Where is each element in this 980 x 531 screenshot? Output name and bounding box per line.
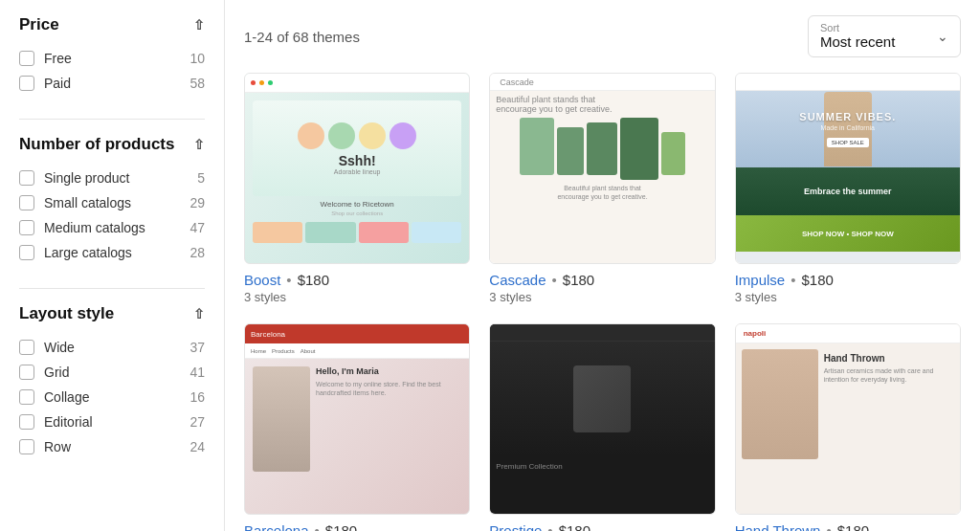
paid-count: 58 [189,76,205,91]
boost-name[interactable]: Boost [244,272,280,288]
collage-count: 16 [189,389,205,405]
sort-dropdown[interactable]: Sort Most recent ⌄ [808,15,961,57]
collage-label: Collage [44,389,89,405]
handthrown-thumbnail: napoli Hand Thrown Artisan ceramics made… [735,323,961,515]
prestige-thumbnail: Premium Collection [489,323,715,515]
wide-count: 37 [189,340,205,355]
product-card-barcelona[interactable]: Barcelona Home Products About Hello, I'm… [244,323,470,531]
single-product-count: 5 [197,170,205,186]
product-card-boost[interactable]: Sshh! Adorable lineup Welcome to Ricetow… [244,73,470,304]
dropdown-arrow-icon: ⌄ [937,29,948,44]
sort-value: Most recent [820,33,895,50]
cascade-name[interactable]: Cascade [489,272,546,288]
sidebar: Price ⇧ Free 10 Paid 58 Number of produc… [0,0,225,531]
medium-catalogs-checkbox[interactable] [19,220,34,235]
impulse-info: Impulse • $180 3 styles [735,272,961,304]
filter-item-large[interactable]: Large catalogs 28 [19,240,205,265]
filter-item-free[interactable]: Free 10 [19,46,205,71]
row-label: Row [44,439,71,454]
single-product-checkbox[interactable] [19,170,34,186]
filter-item-row[interactable]: Row 24 [19,434,205,459]
barcelona-price: $180 [325,522,357,531]
layout-style-title[interactable]: Layout style ⇧ [19,304,205,323]
impulse-thumbnail: SUMMER VIBES. Made in California SHOP SA… [735,73,961,264]
filter-item-small[interactable]: Small catalogs 29 [19,190,205,215]
small-catalogs-count: 29 [189,195,205,210]
free-count: 10 [189,51,205,66]
row-checkbox[interactable] [19,439,34,454]
handthrown-info: Hand Thrown • $180 3 styles [735,522,961,531]
small-catalogs-label: Small catalogs [44,195,131,210]
cascade-thumbnail: Cascade Beautiful plant stands thatencou… [489,73,715,264]
product-card-prestige[interactable]: Premium Collection Prestige • $180 3 sty… [489,323,715,531]
free-label: Free [44,51,72,66]
filter-item-collage[interactable]: Collage 16 [19,385,205,409]
large-catalogs-count: 28 [189,245,205,260]
prestige-info: Prestige • $180 3 styles [489,522,715,531]
large-catalogs-label: Large catalogs [44,245,132,260]
editorial-checkbox[interactable] [19,414,34,430]
prestige-price: $180 [559,522,590,531]
sort-label: Sort [820,22,929,33]
cascade-styles: 3 styles [489,290,715,304]
paid-label: Paid [44,76,71,91]
barcelona-thumbnail: Barcelona Home Products About Hello, I'm… [244,323,470,515]
grid-label: Grid [44,365,69,380]
free-checkbox[interactable] [19,51,34,66]
price-filter-section: Price ⇧ Free 10 Paid 58 [0,15,224,111]
product-card-cascade[interactable]: Cascade Beautiful plant stands thatencou… [489,73,715,304]
filter-item-paid[interactable]: Paid 58 [19,71,205,96]
product-card-impulse[interactable]: SUMMER VIBES. Made in California SHOP SA… [735,73,961,304]
number-of-products-title[interactable]: Number of products ⇧ [19,135,205,154]
small-catalogs-checkbox[interactable] [19,195,34,210]
layout-style-chevron-icon: ⇧ [193,306,205,321]
num-products-chevron-icon: ⇧ [193,137,205,152]
wide-label: Wide [44,340,75,355]
divider-2 [19,288,205,289]
filter-item-single[interactable]: Single product 5 [19,166,205,190]
filter-item-medium[interactable]: Medium catalogs 47 [19,215,205,240]
impulse-name[interactable]: Impulse [735,272,786,288]
handthrown-price: $180 [837,522,869,531]
wide-checkbox[interactable] [19,340,34,355]
number-of-products-section: Number of products ⇧ Single product 5 Sm… [0,135,224,280]
main-header: 1-24 of 68 themes Sort Most recent ⌄ [244,15,961,57]
row-count: 24 [189,439,205,454]
divider-1 [19,119,205,120]
collage-checkbox[interactable] [19,389,34,405]
results-count: 1-24 of 68 themes [244,29,360,45]
large-catalogs-checkbox[interactable] [19,245,34,260]
cascade-price: $180 [563,272,594,288]
single-product-label: Single product [44,170,130,186]
barcelona-info: Barcelona • $180 3 styles [244,522,470,531]
grid-checkbox[interactable] [19,365,34,380]
price-chevron-icon: ⇧ [193,17,205,33]
boost-price: $180 [298,272,329,288]
filter-item-grid[interactable]: Grid 41 [19,360,205,385]
boost-styles: 3 styles [244,290,470,304]
boost-thumbnail: Sshh! Adorable lineup Welcome to Ricetow… [244,73,470,264]
prestige-name[interactable]: Prestige [489,522,542,531]
layout-style-section: Layout style ⇧ Wide 37 Grid 41 Collage 1… [0,304,224,475]
price-filter-title[interactable]: Price ⇧ [19,15,205,34]
main-content: 1-24 of 68 themes Sort Most recent ⌄ [225,0,980,531]
medium-catalogs-label: Medium catalogs [44,220,145,235]
product-grid: Sshh! Adorable lineup Welcome to Ricetow… [244,73,961,531]
cascade-info: Cascade • $180 3 styles [489,272,715,304]
handthrown-name[interactable]: Hand Thrown [735,522,821,531]
filter-item-editorial[interactable]: Editorial 27 [19,409,205,434]
impulse-styles: 3 styles [735,290,961,304]
impulse-price: $180 [801,272,833,288]
product-card-handthrown[interactable]: napoli Hand Thrown Artisan ceramics made… [735,323,961,531]
medium-catalogs-count: 47 [189,220,205,235]
paid-checkbox[interactable] [19,76,34,91]
grid-count: 41 [189,365,205,380]
editorial-count: 27 [189,414,205,430]
boost-info: Boost • $180 3 styles [244,272,470,304]
editorial-label: Editorial [44,414,93,430]
barcelona-name[interactable]: Barcelona [244,522,309,531]
filter-item-wide[interactable]: Wide 37 [19,335,205,360]
